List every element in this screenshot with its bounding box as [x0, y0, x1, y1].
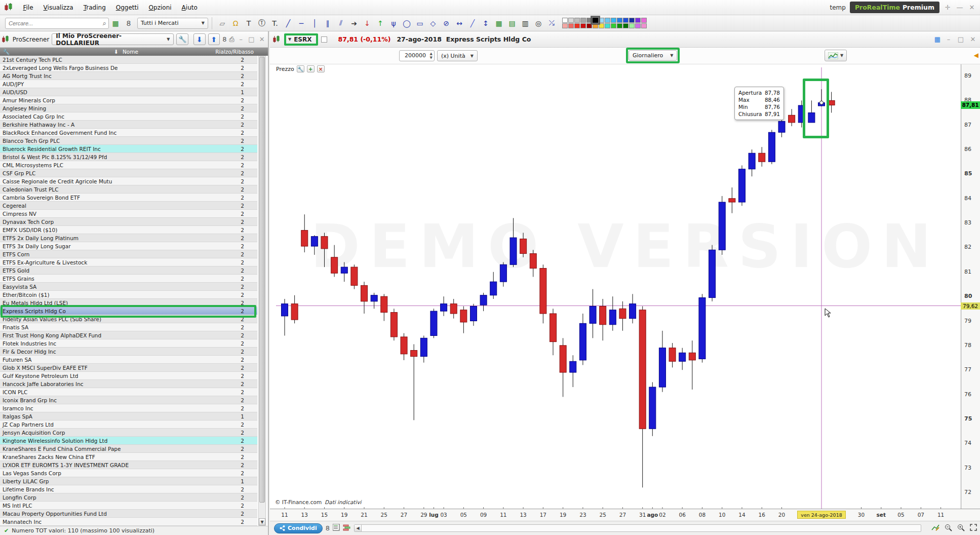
annotate-chart-icon[interactable]: [931, 524, 939, 532]
screener-row[interactable]: Hancock Jaffe Laboratories Inc2: [0, 380, 257, 388]
color-swatch[interactable]: [605, 23, 610, 28]
maximize-chart-icon[interactable]: □: [957, 35, 965, 43]
polygon-icon[interactable]: ◇: [427, 17, 439, 29]
close-panel-icon[interactable]: ✕: [258, 35, 266, 43]
share-button[interactable]: Condividi: [274, 523, 323, 533]
screener-row[interactable]: Cegereal2: [0, 202, 257, 210]
zigzag-icon[interactable]: ⤯: [545, 17, 558, 29]
screener-settings-button[interactable]: 🔧: [176, 33, 188, 45]
screener-selector-dropdown[interactable]: Il Mio ProScreener-DOLLARIEUR▼: [52, 33, 174, 45]
screener-row[interactable]: Dynavax Tech Corp2: [0, 218, 257, 226]
chart-hscrollbar[interactable]: ◀: [354, 524, 921, 532]
collapse-panel-icon[interactable]: ◀: [974, 52, 978, 59]
color-swatch[interactable]: [562, 23, 568, 28]
report-icon[interactable]: [333, 524, 340, 532]
move-down-button[interactable]: ⬇: [193, 33, 206, 45]
scroll-left-button[interactable]: ◀: [355, 525, 362, 531]
screener-row[interactable]: BlackRock Enhanced Government Fund Inc2: [0, 129, 257, 137]
quantity-stepper[interactable]: 200000 ▲▼: [399, 50, 435, 61]
market-filter-select[interactable]: Tutti i Mercati▼: [137, 18, 208, 29]
screener-row[interactable]: ICON PLC2: [0, 388, 257, 396]
ruler-icon[interactable]: ▱: [216, 17, 228, 29]
screener-row[interactable]: JZ Cap Partners Ltd2: [0, 421, 257, 429]
fan-lines-icon[interactable]: ⫽: [335, 17, 347, 29]
screener-row[interactable]: Kingtone Wirelessinfo Solution Hldg Ltd2: [0, 437, 257, 445]
screener-row[interactable]: Easyvista SA2: [0, 283, 257, 291]
screener-row[interactable]: Berkshire Hathaway Inc - A2: [0, 121, 257, 129]
screener-row[interactable]: Iconix Brand Grp Inc2: [0, 396, 257, 404]
screener-row[interactable]: Longfin Corp2: [0, 493, 257, 502]
link-chart-icon[interactable]: 8: [326, 524, 330, 532]
color-swatch[interactable]: [635, 23, 641, 28]
screener-row[interactable]: KraneShares E Fund China Commercial Pape…: [0, 445, 257, 453]
spiral-icon[interactable]: ◎: [532, 17, 544, 29]
color-swatch[interactable]: [580, 23, 586, 28]
color-swatch[interactable]: [562, 18, 568, 23]
pane-add-icon[interactable]: +: [307, 65, 315, 72]
chart-annotate-icon[interactable]: ▦: [493, 17, 505, 29]
screener-row[interactable]: ETFS 2x Daily Long Platinum2: [0, 234, 257, 242]
temp-workspace-label[interactable]: temp: [830, 4, 845, 11]
menu-aiuto[interactable]: Aiuto: [177, 0, 203, 14]
fullscreen-icon[interactable]: [970, 524, 977, 532]
pin-icon[interactable]: ✛: [944, 4, 952, 11]
color-swatch[interactable]: [592, 17, 599, 24]
color-swatch[interactable]: [568, 18, 574, 23]
minimize-icon[interactable]: —: [956, 4, 964, 11]
color-swatch[interactable]: [623, 18, 629, 23]
trendline-icon[interactable]: ╱: [282, 17, 294, 29]
screener-row[interactable]: Bristol & West Plc 8.125% 31/12/49 Pfd2: [0, 153, 257, 161]
zoom-out-icon[interactable]: [945, 524, 952, 533]
text-box-icon[interactable]: T: [243, 17, 255, 29]
move-up-button[interactable]: ⬆: [208, 33, 220, 45]
screener-row[interactable]: Isramco Inc2: [0, 404, 257, 412]
screener-row[interactable]: EMFX USD/IDR ($10)2: [0, 226, 257, 234]
screener-row[interactable]: Eu Metals Hldg Ltd (LSE)2: [0, 299, 257, 307]
color-swatch[interactable]: [611, 18, 616, 23]
color-swatch[interactable]: [629, 18, 635, 23]
maximize-panel-icon[interactable]: □: [248, 35, 256, 43]
screener-row[interactable]: Las Vegas Sands Corp2: [0, 469, 257, 477]
minimize-panel-icon[interactable]: –: [237, 35, 245, 43]
screener-row[interactable]: First Trust Hong Kong AlphaDEX Fund2: [0, 331, 257, 339]
link-icon[interactable]: 8: [123, 17, 135, 29]
menu-file[interactable]: File: [18, 0, 38, 14]
screener-row[interactable]: Express Scripts Hldg Co2: [0, 307, 257, 315]
screener-row[interactable]: LYXOR ETF EUROMTS 1-3Y INVESTMENT GRADE2: [0, 461, 257, 469]
screener-row[interactable]: ETFS Ex-Agriculture & Livestock2: [0, 258, 257, 266]
screener-row[interactable]: Glob X MSCI SuperDiv EAFE ETF2: [0, 364, 257, 372]
screener-row[interactable]: CML Microsystems PLC2: [0, 161, 257, 169]
screener-row[interactable]: ETFS Gold2: [0, 266, 257, 275]
chart-annotate-2-icon[interactable]: ▤: [506, 17, 518, 29]
ellipse-icon[interactable]: ◯: [401, 17, 413, 29]
menu-trading[interactable]: Trading: [79, 0, 111, 14]
color-swatch[interactable]: [586, 18, 592, 23]
circle-cross-icon[interactable]: ⊘: [440, 17, 452, 29]
screener-row[interactable]: KraneShares Zacks New China ETF2: [0, 453, 257, 461]
pane-settings-icon[interactable]: 🔧: [297, 65, 304, 72]
segment-icon[interactable]: ╱: [466, 17, 479, 29]
color-swatch[interactable]: [623, 23, 629, 28]
color-swatch[interactable]: [641, 23, 647, 28]
symbol-dropdown-icon[interactable]: ▼: [288, 37, 291, 42]
time-axis[interactable]: 1113151921252729lug030509111317192325273…: [270, 509, 980, 521]
screener-row[interactable]: Ether/Bitcoin ($1)2: [0, 291, 257, 299]
arrow-up-icon[interactable]: ↑: [374, 17, 386, 29]
volume-bars-icon[interactable]: ▥: [519, 17, 531, 29]
screener-row[interactable]: Flotek Industries Inc2: [0, 339, 257, 348]
rectangle-icon[interactable]: ▭: [414, 17, 426, 29]
arrow-down-icon[interactable]: ↓: [361, 17, 373, 29]
color-swatch[interactable]: [568, 23, 574, 28]
color-swatch[interactable]: [617, 18, 622, 23]
close-icon[interactable]: ✕: [968, 4, 976, 11]
screener-row[interactable]: Mannatech Inc2: [0, 518, 257, 526]
color-swatch[interactable]: [586, 23, 592, 28]
column-settings-icon[interactable]: 🔧: [3, 49, 10, 55]
horizontal-line-icon[interactable]: ─: [295, 17, 307, 29]
symbol-label[interactable]: ESRX: [294, 36, 311, 43]
screener-row[interactable]: MS Intl PLC2: [0, 502, 257, 510]
color-swatch[interactable]: [641, 18, 647, 23]
screener-row[interactable]: Flr & Decor Hldg Inc2: [0, 348, 257, 356]
vertical-line-icon[interactable]: │: [308, 17, 321, 29]
timeframe-select[interactable]: Giornaliero▼: [629, 50, 677, 61]
